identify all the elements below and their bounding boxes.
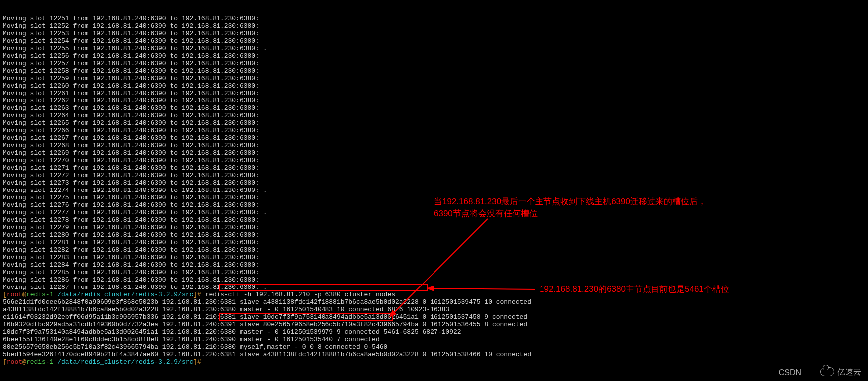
- moving-slot-line: Moving slot 12253 from 192.168.81.240:63…: [3, 30, 868, 37]
- moving-slot-line: Moving slot 12268 from 192.168.81.240:63…: [3, 142, 868, 149]
- moving-slot-line: Moving slot 12255 from 192.168.81.240:63…: [3, 45, 868, 52]
- annotation-2: 192.168.81.230的6380主节点目前也是5461个槽位: [540, 284, 729, 295]
- cluster-node-line: 10dc7f3f9a753140a8494adbbe5a13d0026451a1…: [3, 328, 868, 336]
- moving-slot-line: Moving slot 12264 from 192.168.81.240:63…: [3, 112, 868, 119]
- moving-slot-line: Moving slot 12256 from 192.168.81.240:63…: [3, 52, 868, 60]
- moving-slot-line: Moving slot 12265 from 192.168.81.240:63…: [3, 119, 868, 127]
- moving-slot-line: Moving slot 12270 from 192.168.81.240:63…: [3, 157, 868, 164]
- moving-slot-line: Moving slot 12259 from 192.168.81.240:63…: [3, 75, 868, 82]
- moving-slot-line: Moving slot 12287 from 192.168.81.240:63…: [3, 284, 868, 291]
- moving-slot-line: Moving slot 12282 from 192.168.81.240:63…: [3, 246, 868, 254]
- annotation-1: 当192.168.81.230最后一个主节点收到下线主机6390迁移过来的槽位后…: [434, 196, 706, 220]
- moving-slot-line: Moving slot 12263 from 192.168.81.240:63…: [3, 104, 868, 112]
- moving-slot-line: Moving slot 12257 from 192.168.81.240:63…: [3, 60, 868, 67]
- shell-prompt-line[interactable]: [root@redis-1 /data/redis_cluster/redis-…: [3, 358, 868, 366]
- cloud-icon: [820, 367, 834, 376]
- moving-slot-line: Moving slot 12251 from 192.168.81.240:63…: [3, 15, 868, 22]
- watermark-csdn: CSDN: [779, 369, 801, 376]
- cluster-node-line: 6bee155f136f40e28e1f60c8ddec3b158cd8f8e8…: [3, 336, 868, 343]
- moving-slot-line: Moving slot 12284 from 192.168.81.240:63…: [3, 261, 868, 269]
- moving-slot-line: Moving slot 12283 from 192.168.81.240:63…: [3, 254, 868, 261]
- annotation-1-line1: 当192.168.81.230最后一个主节点收到下线主机6390迁移过来的槽位后…: [434, 197, 706, 206]
- moving-slot-line: Moving slot 12266 from 192.168.81.240:63…: [3, 127, 868, 134]
- shell-prompt-line[interactable]: [root@redis-1 /data/redis_cluster/redis-…: [3, 291, 868, 298]
- moving-slot-line: Moving slot 12280 from 192.168.81.240:63…: [3, 231, 868, 239]
- moving-slot-line: Moving slot 12271 from 192.168.81.240:63…: [3, 164, 868, 172]
- moving-slot-line: Moving slot 12267 from 192.168.81.240:63…: [3, 134, 868, 142]
- cluster-node-line: 5bed1594ee326f4170dce8949b21bf4a3847ae60…: [3, 351, 868, 358]
- moving-slot-line: Moving slot 12261 from 192.168.81.240:63…: [3, 90, 868, 97]
- cluster-node-line: 80e256579658eb256c5b710a3f82c439665794ba…: [3, 343, 868, 351]
- cluster-node-line: e11614f03232d92ebff06d95a11b3c905957b336…: [3, 313, 868, 321]
- moving-slot-line: Moving slot 12273 from 192.168.81.240:63…: [3, 179, 868, 187]
- moving-slot-line: Moving slot 12252 from 192.168.81.240:63…: [3, 22, 868, 30]
- cluster-node-line: a4381138fdc142f18881b7b6ca8ae5b0d02a3228…: [3, 306, 868, 313]
- moving-slot-line: Moving slot 12279 from 192.168.81.240:63…: [3, 224, 868, 231]
- moving-slot-line: Moving slot 12254 from 192.168.81.240:63…: [3, 37, 868, 45]
- moving-slot-line: Moving slot 12258 from 192.168.81.240:63…: [3, 67, 868, 75]
- cluster-node-line: 566e21d1fd0cee6b2848f0a90609e3f868e5023b…: [3, 298, 868, 306]
- watermark-brand: 亿速云: [837, 368, 861, 376]
- moving-slot-line: Moving slot 12285 from 192.168.81.240:63…: [3, 269, 868, 276]
- terminal-output: Moving slot 12251 from 192.168.81.240:63…: [0, 0, 868, 373]
- moving-slot-line: Moving slot 12281 from 192.168.81.240:63…: [3, 239, 868, 246]
- moving-slot-line: Moving slot 12269 from 192.168.81.240:63…: [3, 149, 868, 157]
- moving-slot-line: Moving slot 12272 from 192.168.81.240:63…: [3, 172, 868, 179]
- moving-slot-line: Moving slot 12286 from 192.168.81.240:63…: [3, 276, 868, 284]
- moving-slot-line: Moving slot 12260 from 192.168.81.240:63…: [3, 82, 868, 90]
- watermark: CSDN 亿速云: [820, 367, 861, 376]
- moving-slot-line: Moving slot 12274 from 192.168.81.240:63…: [3, 187, 868, 194]
- annotation-1-line2: 6390节点将会没有任何槽位: [434, 209, 538, 218]
- moving-slot-line: Moving slot 12262 from 192.168.81.240:63…: [3, 97, 868, 104]
- cluster-node-line: f6b9320dfbc929ad5a31cdb149360b0d7732a3ea…: [3, 321, 868, 328]
